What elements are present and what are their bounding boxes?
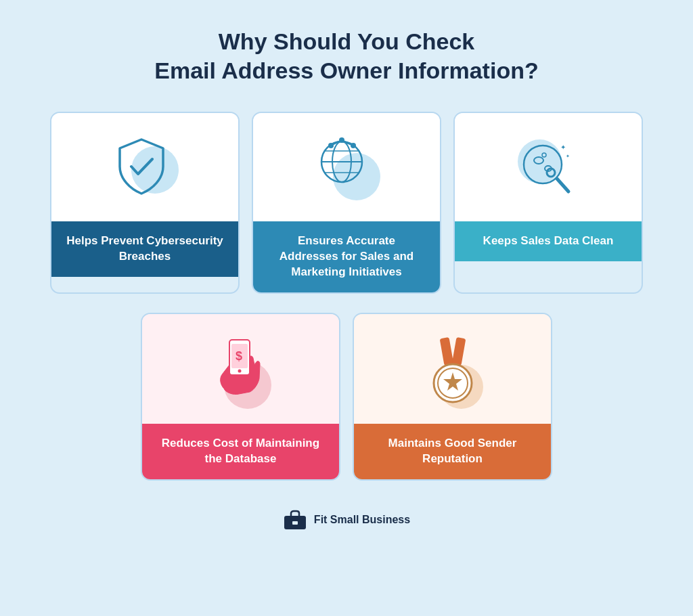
page-title: Why Should You Check Email Address Owner… <box>154 27 538 85</box>
svg-text:$: $ <box>236 349 242 363</box>
svg-text:✦: ✦ <box>566 154 570 158</box>
svg-point-12 <box>534 157 543 164</box>
svg-point-22 <box>238 369 241 372</box>
card-sales-data-label: Keeps Sales Data Clean <box>455 221 642 261</box>
medal-icon <box>426 334 480 409</box>
logo-area: Fit Small Business <box>283 509 410 531</box>
briefcase-icon <box>283 509 307 531</box>
svg-rect-23 <box>439 337 453 366</box>
cards-row-top: Helps Prevent Cybersecurity Breaches <box>41 112 652 294</box>
svg-text:✦: ✦ <box>560 144 566 151</box>
card-cybersecurity-icon-area <box>51 113 238 221</box>
card-reduce-cost: $ Reduces Cost of Maintaining the Databa… <box>141 313 340 481</box>
card-accurate-addresses: Ensures Accurate Addresses for Sales and… <box>252 112 441 294</box>
card-sender-reputation-icon-area <box>354 314 551 424</box>
circuit-globe-icon <box>316 136 377 204</box>
magnifier-globe-icon: ✦ ✦ <box>514 136 582 204</box>
card-sales-data: ✦ ✦ Keeps Sales Data Clean <box>453 112 643 294</box>
cards-row-bottom: $ Reduces Cost of Maintaining the Databa… <box>41 313 652 481</box>
card-reduce-cost-label: Reduces Cost of Maintaining the Database <box>142 424 339 479</box>
card-cybersecurity-label: Helps Prevent Cybersecurity Breaches <box>51 221 238 277</box>
shield-check-icon <box>114 136 175 204</box>
title-block: Why Should You Check Email Address Owner… <box>154 27 538 85</box>
card-accurate-addresses-label: Ensures Accurate Addresses for Sales and… <box>253 221 440 292</box>
card-accurate-addresses-icon-area <box>253 113 440 221</box>
phone-money-icon: $ <box>210 334 271 409</box>
card-cybersecurity: Helps Prevent Cybersecurity Breaches <box>50 112 240 294</box>
page-wrapper: Why Should You Check Email Address Owner… <box>0 0 693 616</box>
card-reduce-cost-icon-area: $ <box>142 314 339 424</box>
svg-rect-29 <box>292 521 298 525</box>
card-sender-reputation: Maintains Good Sender Reputation <box>353 313 552 481</box>
svg-point-14 <box>542 153 546 157</box>
svg-line-17 <box>557 179 568 192</box>
card-sender-reputation-label: Maintains Good Sender Reputation <box>354 424 551 479</box>
logo-text: Fit Small Business <box>314 514 410 526</box>
card-sales-data-icon-area: ✦ ✦ <box>455 113 642 221</box>
svg-rect-24 <box>451 337 466 366</box>
